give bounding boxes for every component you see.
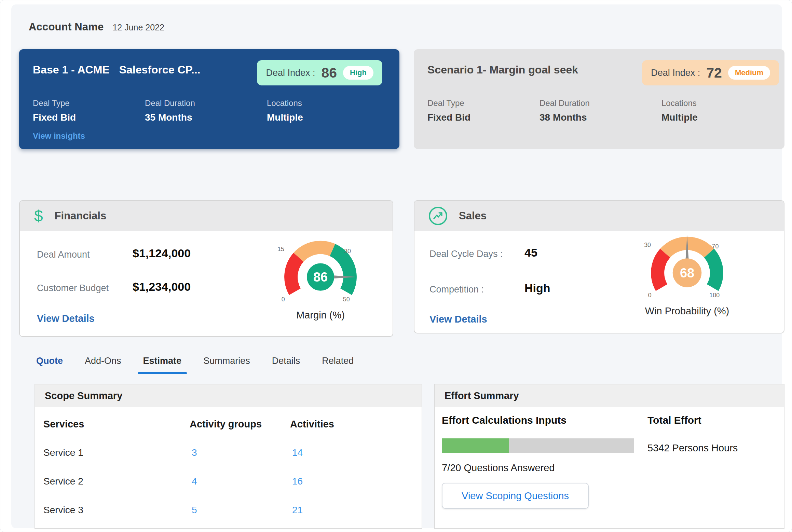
view-insights-link[interactable]: View insights [33,131,85,141]
scope-summary-panel: Scope Summary Services Activity groups A… [35,384,422,529]
financials-card: $ Financials Deal Amount $1,124,000 Cust… [19,200,393,337]
tab-quote[interactable]: Quote [36,356,63,374]
scenario-card: Scenario 1- Margin goal seek Deal Index … [414,49,784,149]
deal-index-level-badge: Medium [728,66,770,80]
effort-inputs-label: Effort Calculations Inputs [442,414,566,426]
activity-groups-link[interactable]: 4 [192,476,197,487]
sales-title: Sales [459,210,487,222]
field-value: Fixed Bid [427,112,470,123]
gauge-center-value: 86 [313,270,328,284]
field-value: 38 Months [540,112,590,123]
competition-value: High [524,282,550,295]
tab-bar: Quote Add-Ons Estimate Summaries Details… [36,356,354,374]
scenario-card-title-row: Scenario 1- Margin goal seek [427,64,578,76]
margin-gauge-chart: 86 15 30 0 50 [271,235,370,315]
deal-type-field: Deal Type Fixed Bid [33,98,76,123]
dollar-icon: $ [34,208,43,224]
deal-index-value: 86 [322,65,337,81]
field-label: Locations [661,98,698,108]
activities-link[interactable]: 21 [292,505,303,516]
column-header-activity-groups: Activity groups [190,419,262,430]
tab-related[interactable]: Related [322,356,354,374]
sales-card: Sales Deal Cycle Days : 45 Competition :… [414,200,784,333]
effort-summary-title: Effort Summary [445,390,519,401]
gauge-center-value: 68 [680,266,694,280]
activities-link[interactable]: 16 [292,476,303,487]
customer-budget-label: Customer Budget [37,283,109,294]
field-label: Deal Type [427,98,470,108]
deal-dashboard-page: Account Name 12 June 2022 Base 1 - ACME … [0,0,792,532]
view-scoping-questions-button[interactable]: View Scoping Questions [442,483,589,509]
scope-summary-title: Scope Summary [45,390,122,401]
tab-add-ons[interactable]: Add-Ons [85,356,121,374]
financials-title: Financials [55,210,107,222]
deal-cycle-days-label: Deal Cycle Days : [429,249,503,259]
table-row-service: Service 1 [43,447,83,458]
deal-index-level-badge: High [343,66,373,80]
page-header: Account Name 12 June 2022 [29,21,164,33]
deal-amount-value: $1,124,000 [133,247,191,260]
field-label: Locations [267,98,303,108]
base-card-title: Base 1 - ACME [33,64,110,76]
tab-summaries[interactable]: Summaries [203,356,250,374]
questions-answered-text: 7/20 Questions Answered [442,462,555,474]
scenario-card-title: Scenario 1- Margin goal seek [427,64,578,76]
view-scoping-questions-label: View Scoping Questions [462,490,569,502]
deal-duration-field: Deal Duration 35 Months [145,98,195,123]
field-label: Deal Type [33,98,76,108]
field-value: Multiple [661,112,698,123]
deal-index-badge: Deal Index : 86 High [257,60,382,85]
gauge-tick-top-right: 30 [344,248,351,255]
customer-budget-value: $1,234,000 [133,280,191,294]
deal-duration-field: Deal Duration 38 Months [540,98,590,123]
tab-details[interactable]: Details [272,356,300,374]
gauge-tick-top-left: 15 [277,246,284,253]
deal-index-value: 72 [706,65,722,81]
competition-label: Competition : [429,284,484,295]
field-value: 35 Months [145,112,195,123]
effort-summary-header: Effort Summary [435,384,784,407]
financials-header: $ Financials [20,201,393,231]
total-effort-value: 5342 Persons Hours [647,442,738,454]
column-header-services: Services [43,419,84,430]
trend-up-icon [429,207,447,225]
win-probability-gauge-caption: Win Probability (%) [638,305,737,317]
scope-summary-header: Scope Summary [35,384,422,407]
table-row-service: Service 2 [43,476,83,487]
financials-view-details-link[interactable]: View Details [37,313,95,324]
deal-type-field: Deal Type Fixed Bid [427,98,470,123]
total-effort-label: Total Effort [647,414,701,426]
deal-index-label: Deal Index : [266,68,315,78]
column-header-activities: Activities [290,419,334,430]
gauge-tick-top-right: 70 [712,243,719,250]
field-value: Multiple [267,112,303,123]
field-value: Fixed Bid [33,112,76,123]
sales-view-details-link[interactable]: View Details [429,314,487,325]
gauge-tick-bottom-right: 100 [709,292,720,299]
gauge-segment-green [704,249,723,291]
table-row-service: Service 3 [43,505,83,516]
tab-estimate[interactable]: Estimate [143,356,182,374]
deal-amount-label: Deal Amount [37,249,90,260]
activities-link[interactable]: 14 [292,447,303,458]
field-label: Deal Duration [145,98,195,108]
activity-groups-link[interactable]: 3 [192,447,197,458]
effort-summary-panel: Effort Summary Effort Calculations Input… [434,384,784,529]
gauge-tick-top-left: 30 [644,242,651,248]
margin-gauge: 86 15 30 0 50 Margin (%) [271,235,370,321]
locations-field: Locations Multiple [661,98,698,123]
deal-cycle-days-value: 45 [524,246,537,259]
win-probability-gauge-chart: 68 30 70 0 100 [638,231,737,311]
page-title: Account Name [29,21,104,33]
field-label: Deal Duration [540,98,590,108]
gauge-segment-red [651,249,670,291]
page-date: 12 June 2022 [112,23,164,32]
gauge-tick-bottom-left: 0 [282,296,285,303]
activity-groups-link[interactable]: 5 [192,505,197,516]
gauge-tick-bottom-left: 0 [648,292,652,299]
base-card-title-row: Base 1 - ACME Salesforce CP... [33,64,200,76]
questions-progress-fill [442,438,509,453]
deal-index-badge: Deal Index : 72 Medium [642,60,779,85]
base-card-subtitle: Salesforce CP... [119,64,201,76]
win-probability-gauge: 68 30 70 0 100 Win Probability (%) [638,231,737,317]
